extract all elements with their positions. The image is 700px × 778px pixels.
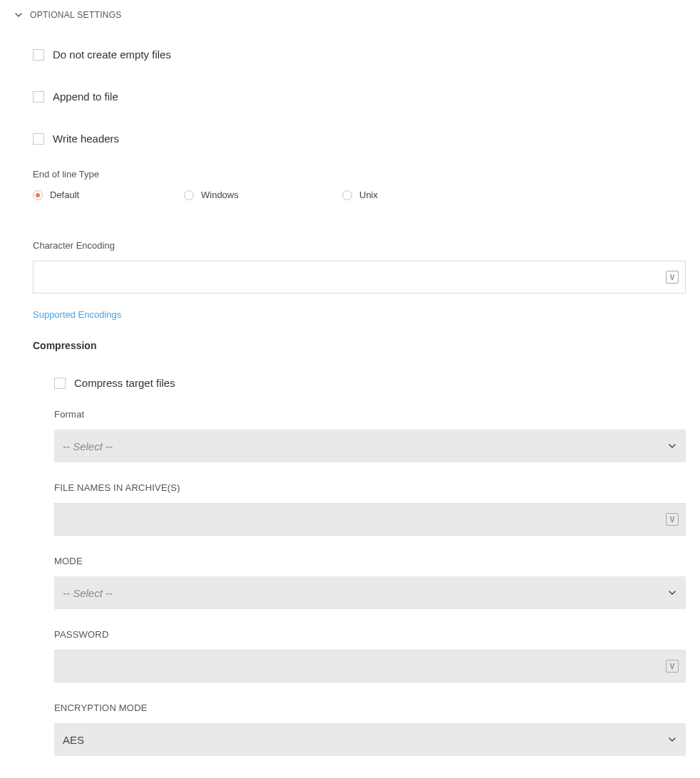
filenames-label: FILE NAMES IN ARCHIVE(S): [54, 482, 686, 493]
section-title: OPTIONAL SETTINGS: [30, 10, 122, 20]
checkbox-label: Write headers: [53, 133, 119, 145]
encoding-input-wrap: V: [33, 261, 686, 294]
optional-settings-header[interactable]: OPTIONAL SETTINGS: [0, 0, 700, 30]
checkbox-append-to-file[interactable]: Append to file: [33, 90, 686, 103]
radio-icon: [33, 190, 43, 200]
radio-label: Default: [50, 190, 79, 200]
radio-icon: [184, 190, 194, 200]
format-select[interactable]: -- Select --: [54, 430, 686, 462]
select-value: -- Select --: [54, 430, 686, 462]
select-value: AES: [54, 723, 686, 756]
chevron-down-icon: [669, 736, 676, 743]
mode-label: MODE: [54, 556, 686, 566]
password-label: PASSWORD: [54, 629, 686, 640]
checkbox-icon: [33, 133, 44, 145]
format-label: Format: [54, 409, 686, 420]
filenames-input-wrap: V: [54, 503, 686, 536]
character-encoding-input[interactable]: [33, 261, 686, 294]
radio-eol-unix[interactable]: Unix: [342, 190, 378, 200]
checkbox-no-empty-files[interactable]: Do not create empty files: [33, 48, 686, 61]
encryption-mode-select[interactable]: AES: [54, 723, 686, 756]
select-value: -- Select --: [54, 576, 686, 609]
checkbox-label: Compress target files: [74, 377, 175, 389]
variable-icon[interactable]: V: [666, 513, 679, 526]
variable-icon[interactable]: V: [666, 660, 679, 673]
chevron-down-icon: [669, 442, 676, 450]
mode-select[interactable]: -- Select --: [54, 576, 686, 609]
password-input[interactable]: [54, 650, 686, 683]
eol-radio-group: Default Windows Unix: [33, 190, 686, 200]
radio-label: Unix: [359, 190, 378, 200]
checkbox-label: Append to file: [53, 90, 118, 103]
checkbox-icon: [33, 49, 44, 61]
variable-icon[interactable]: V: [666, 271, 679, 284]
encoding-label: Character Encoding: [33, 240, 686, 251]
password-input-wrap: V: [54, 650, 686, 683]
radio-label: Windows: [201, 190, 239, 200]
radio-icon: [342, 190, 352, 200]
file-names-input[interactable]: [54, 503, 686, 536]
chevron-down-icon: [14, 11, 23, 19]
encryption-mode-label: ENCRYPTION MODE: [54, 702, 686, 713]
eol-label: End of line Type: [33, 169, 686, 180]
supported-encodings-link[interactable]: Supported Encodings: [33, 309, 121, 320]
checkbox-icon: [33, 91, 44, 103]
radio-eol-default[interactable]: Default: [33, 190, 184, 200]
chevron-down-icon: [669, 589, 676, 596]
compression-title: Compression: [33, 340, 686, 351]
radio-eol-windows[interactable]: Windows: [184, 190, 342, 200]
checkbox-icon: [54, 378, 66, 389]
checkbox-compress-target-files[interactable]: Compress target files: [54, 377, 686, 389]
checkbox-label: Do not create empty files: [53, 48, 171, 61]
checkbox-write-headers[interactable]: Write headers: [33, 133, 686, 145]
